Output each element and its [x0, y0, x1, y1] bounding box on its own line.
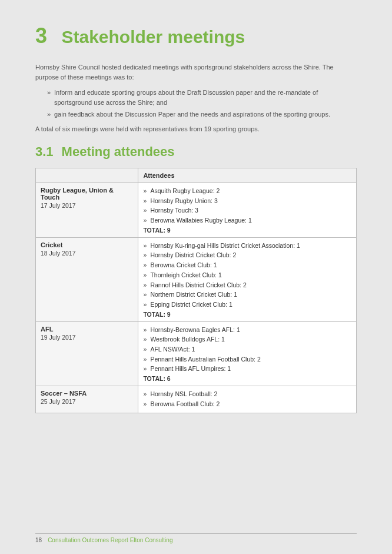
chapter-number: 3: [35, 24, 47, 48]
list-item: Hornsby Rugby Union: 3: [143, 197, 351, 205]
intro-bullets: Inform and educate sporting groups about…: [47, 88, 357, 120]
section-title: Meeting attendees: [62, 144, 175, 160]
list-item: Epping District Cricket Club: 1: [143, 300, 351, 309]
bullet-item: gain feedback about the Discussion Paper…: [47, 110, 357, 120]
list-item: Pennant Hills Australian Football Club: …: [143, 355, 351, 364]
table-row: Rugby League, Union & Touch17 July 2017A…: [36, 183, 357, 238]
footer-page-number: 18: [35, 537, 42, 543]
section-header: 3.1 Meeting attendees: [35, 144, 357, 160]
list-item: Hornsby Touch: 3: [143, 206, 351, 215]
list-item: Thornleigh Cricket Club: 1: [143, 271, 351, 280]
list-item: Asquith Rugby League: 2: [143, 187, 351, 195]
attendees-cell: Hornsby-Berowna Eagles AFL: 1Westbrook B…: [138, 321, 357, 386]
intro-paragraph: Hornsby Shire Council hosted dedicated m…: [35, 62, 357, 82]
sport-name: Cricket: [41, 241, 133, 248]
attendee-list: Hornsby Ku-ring-gai Hills District Crick…: [143, 241, 351, 309]
table-row: Soccer – NSFA25 July 2017Hornsby NSL Foo…: [36, 386, 357, 413]
list-item: Northern District Cricket Club: 1: [143, 290, 351, 299]
list-item: Hornsby Ku-ring-gai Hills District Crick…: [143, 241, 351, 250]
sport-date: 17 July 2017: [41, 202, 133, 209]
sport-name: Rugby League, Union & Touch: [41, 187, 133, 201]
list-item: Berowna Football Club: 2: [143, 400, 351, 409]
total-label: TOTAL: 9: [143, 227, 351, 234]
sport-name: AFL: [41, 326, 133, 333]
list-item: Hornsby District Cricket Club: 2: [143, 251, 351, 260]
attendee-list: Asquith Rugby League: 2Hornsby Rugby Uni…: [143, 187, 351, 225]
total-label: TOTAL: 6: [143, 375, 351, 382]
chapter-title: Stakeholder meetings: [61, 27, 245, 47]
list-item: Hornsby NSL Football: 2: [143, 390, 351, 399]
list-item: Rannof Hills District Cricket Club: 2: [143, 281, 351, 290]
table-row: AFL19 July 2017Hornsby-Berowna Eagles AF…: [36, 321, 357, 386]
list-item: Berowna Wallabies Rugby League: 1: [143, 216, 351, 225]
sport-date: 18 July 2017: [41, 250, 133, 257]
attendees-cell: Hornsby NSL Football: 2Berowna Football …: [138, 386, 357, 413]
sport-name: Soccer – NSFA: [41, 390, 133, 397]
total-label: TOTAL: 9: [143, 311, 351, 318]
footer: 18 Consultation Outcomes Report Elton Co…: [35, 533, 357, 543]
footer-report-title: Consultation Outcomes Report Elton Consu…: [48, 537, 172, 543]
list-item: Berowna Cricket Club: 1: [143, 261, 351, 270]
table-header-sport: [36, 168, 138, 183]
section-number: 3.1: [35, 144, 54, 160]
sport-date: 25 July 2017: [41, 398, 133, 405]
meetings-table: Attendees Rugby League, Union & Touch17 …: [35, 168, 357, 413]
sport-cell: Rugby League, Union & Touch17 July 2017: [36, 183, 138, 238]
bullet-item: Inform and educate sporting groups about…: [47, 88, 357, 107]
chapter-header: 3 Stakeholder meetings: [35, 24, 357, 48]
intro-summary: A total of six meetings were held with r…: [35, 124, 357, 134]
list-item: AFL NSW/Act: 1: [143, 345, 351, 354]
attendee-list: Hornsby NSL Football: 2Berowna Football …: [143, 390, 351, 408]
list-item: Pennant Hills AFL Umpires: 1: [143, 364, 351, 373]
attendees-cell: Hornsby Ku-ring-gai Hills District Crick…: [138, 237, 357, 321]
sport-date: 19 July 2017: [41, 334, 133, 341]
attendee-list: Hornsby-Berowna Eagles AFL: 1Westbrook B…: [143, 326, 351, 373]
sport-cell: Soccer – NSFA25 July 2017: [36, 386, 138, 413]
list-item: Hornsby-Berowna Eagles AFL: 1: [143, 326, 351, 334]
table-row: Cricket18 July 2017Hornsby Ku-ring-gai H…: [36, 237, 357, 321]
sport-cell: AFL19 July 2017: [36, 321, 138, 386]
page: 3 Stakeholder meetings Hornsby Shire Cou…: [0, 0, 392, 554]
attendees-cell: Asquith Rugby League: 2Hornsby Rugby Uni…: [138, 183, 357, 238]
list-item: Westbrook Bulldogs AFL: 1: [143, 335, 351, 344]
sport-cell: Cricket18 July 2017: [36, 237, 138, 321]
table-header-attendees: Attendees: [138, 168, 357, 183]
